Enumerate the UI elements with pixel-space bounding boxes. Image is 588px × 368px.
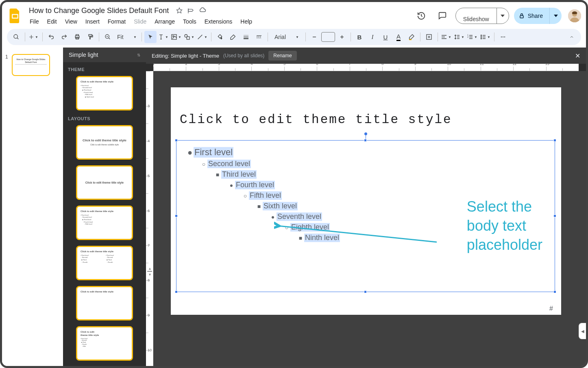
layout-thumb-5[interactable]: Click to edit theme title style: [76, 286, 133, 320]
level-text[interactable]: Ninth level: [304, 234, 340, 242]
svg-point-6: [14, 35, 17, 38]
level-text[interactable]: Seventh level: [277, 212, 322, 221]
numbered-list-button[interactable]: 12▼: [466, 31, 479, 43]
border-color-button[interactable]: [227, 31, 239, 43]
line-tool[interactable]: ▼: [196, 31, 209, 43]
theme-title-placeholder[interactable]: Click to edit theme title style: [180, 113, 452, 127]
toolbar: ▼ Fit▼ ▼ ▼ ▼ ▼ Arial▼ B I U A ▼: [7, 29, 581, 45]
menu-file[interactable]: File: [26, 17, 42, 26]
select-tool[interactable]: [144, 31, 157, 43]
theme-selector[interactable]: Simple light ⇅: [63, 48, 146, 62]
svg-marker-2: [177, 8, 182, 13]
resize-handle[interactable]: [175, 214, 178, 217]
level-text[interactable]: First level: [194, 147, 233, 158]
italic-button[interactable]: I: [366, 31, 379, 43]
text-box-tool[interactable]: ▼: [157, 31, 170, 43]
svg-point-51: [501, 37, 502, 37]
cloud-icon[interactable]: [199, 7, 206, 14]
layout-thumb-2[interactable]: Click to edit theme title style: [76, 165, 133, 200]
collapse-toolbar-button[interactable]: [566, 31, 578, 43]
star-icon[interactable]: [176, 7, 183, 14]
share-button[interactable]: Share: [514, 8, 562, 24]
layout-thumb-6[interactable]: Click to edit theme title style • First …: [76, 326, 133, 361]
line-spacing-button[interactable]: ▼: [453, 31, 466, 43]
layout-thumb-4[interactable]: Click to edit theme title style • First …: [76, 246, 133, 280]
level-text[interactable]: Fourth level: [235, 181, 275, 189]
menu-format[interactable]: Format: [105, 17, 129, 26]
redo-button[interactable]: [58, 31, 70, 43]
layout-thumb-3[interactable]: Click to edit theme title style • First …: [76, 206, 133, 240]
insert-placeholder-button[interactable]: [423, 31, 435, 43]
fill-color-button[interactable]: [214, 31, 226, 43]
account-avatar[interactable]: [568, 9, 581, 22]
rotation-handle[interactable]: [364, 132, 367, 135]
bullet-list-button[interactable]: ▼: [479, 31, 492, 43]
font-family[interactable]: Arial▼: [270, 32, 303, 42]
resize-handle[interactable]: [553, 290, 556, 293]
level-text[interactable]: Second level: [207, 160, 251, 168]
level-text[interactable]: Third level: [221, 170, 257, 179]
image-tool[interactable]: ▼: [170, 31, 183, 43]
font-size-input[interactable]: [321, 32, 335, 42]
history-icon[interactable]: [413, 8, 429, 24]
slide-thumbnail[interactable]: How to Change Google Slides Default Font: [12, 54, 50, 76]
align-button[interactable]: ▼: [440, 31, 453, 43]
underline-button[interactable]: U: [379, 31, 392, 43]
svg-line-20: [198, 35, 203, 39]
bold-button[interactable]: B: [353, 31, 366, 43]
menu-edit[interactable]: Edit: [44, 17, 60, 26]
menu-arrange[interactable]: Arrange: [151, 17, 178, 26]
new-slide-button[interactable]: ▼: [28, 31, 40, 43]
font-size-decrease[interactable]: [308, 31, 320, 43]
menu-slide: Slide: [131, 17, 150, 26]
close-icon[interactable]: ✕: [575, 52, 580, 60]
more-tools-button[interactable]: [497, 31, 509, 43]
resize-handle[interactable]: [175, 139, 178, 142]
text-color-button[interactable]: A: [392, 31, 405, 43]
resize-handle[interactable]: [175, 290, 178, 293]
paint-format-button[interactable]: [84, 31, 96, 43]
share-dropdown[interactable]: [549, 8, 562, 24]
shape-tool[interactable]: ▼: [183, 31, 196, 43]
slides-logo[interactable]: [7, 8, 23, 24]
body-text-placeholder[interactable]: ●First level ○Second level ■Third level …: [176, 140, 555, 292]
font-size-increase[interactable]: [336, 31, 348, 43]
rename-button[interactable]: Rename: [268, 51, 296, 61]
level-text[interactable]: Sixth level: [263, 202, 298, 210]
search-icon[interactable]: [10, 31, 22, 43]
menu-tools[interactable]: Tools: [180, 17, 200, 26]
svg-point-45: [481, 35, 481, 36]
border-weight-button[interactable]: [240, 31, 252, 43]
resize-handle[interactable]: [364, 139, 367, 142]
document-title[interactable]: How to Change Google Slides Default Font: [26, 6, 171, 16]
comments-icon[interactable]: [434, 8, 451, 24]
level-text[interactable]: Fifth level: [249, 191, 282, 200]
zoom-out-icon[interactable]: [102, 31, 114, 43]
slideshow-button[interactable]: Slideshow: [455, 8, 509, 24]
zoom-level[interactable]: Fit▼: [115, 32, 139, 42]
resize-handle[interactable]: [364, 290, 367, 293]
resize-handle[interactable]: [553, 214, 556, 217]
layout-thumb-1[interactable]: Click to edit theme title style Click to…: [76, 125, 133, 160]
menu-extensions[interactable]: Extensions: [201, 17, 235, 26]
theme-master-thumb[interactable]: Click to edit theme title style • First …: [76, 76, 133, 110]
ruler-indent-handle[interactable]: ▴▾: [147, 266, 152, 277]
theme-label: THEME: [68, 67, 141, 72]
undo-button[interactable]: [45, 31, 57, 43]
menu-insert[interactable]: Insert: [82, 17, 103, 26]
border-dash-button[interactable]: [253, 31, 265, 43]
resize-handle[interactable]: [553, 139, 556, 142]
svg-rect-19: [187, 37, 189, 39]
theme-sidebar: Simple light ⇅ THEME Click to edit theme…: [63, 48, 146, 368]
menu-view[interactable]: View: [62, 17, 81, 26]
slide-canvas[interactable]: Click to edit theme title style ●First l…: [171, 87, 561, 315]
move-icon[interactable]: [187, 7, 194, 14]
print-button[interactable]: [71, 31, 83, 43]
highlight-button[interactable]: [405, 31, 418, 43]
menu-help[interactable]: Help: [237, 17, 255, 26]
level-text[interactable]: Eighth level: [290, 223, 330, 232]
side-panel-toggle[interactable]: ◀: [579, 323, 586, 339]
canvas-area: Editing: Simple light - Theme (Used by a…: [146, 48, 586, 368]
slideshow-dropdown[interactable]: [497, 8, 509, 24]
page-number-placeholder[interactable]: #: [549, 305, 553, 312]
